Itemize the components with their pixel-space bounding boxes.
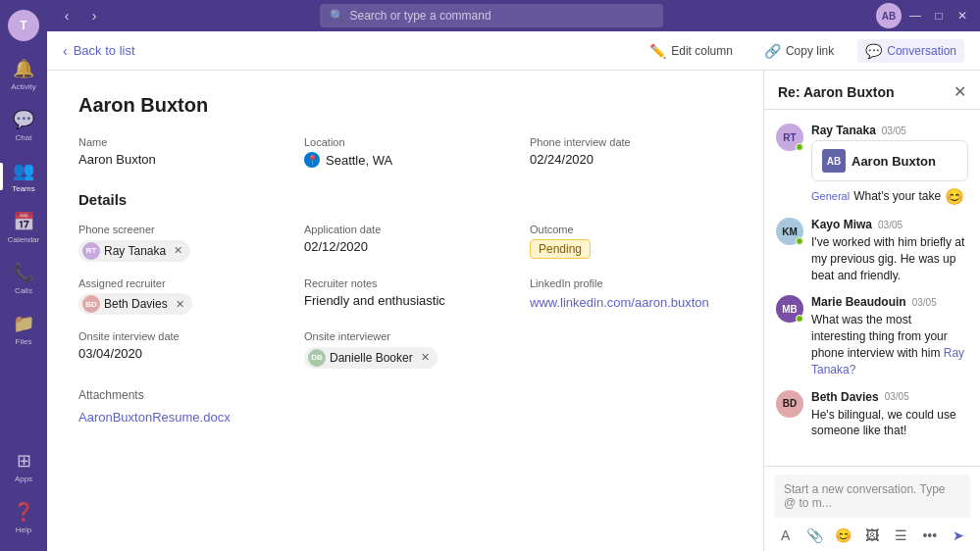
beth-davies-avatar: BD [82,295,100,313]
ray-tanaka-msg-body: Ray Tanaka 03/05 AB Aaron Buxton [811,124,968,206]
detail-panel: Aaron Buxton Name Aaron Buxton Location … [47,71,764,551]
kayo-miwa-msg-text: I've worked with him briefly at my previ… [811,234,968,283]
kayo-miwa-name: Kayo Miwa [811,218,872,231]
kayo-miwa-time: 03/05 [878,220,903,230]
chat-icon: 💬 [13,109,34,130]
online-indicator [796,143,803,151]
marie-beaudouin-name: Marie Beaudouin [811,295,906,309]
image-button[interactable]: 🖼 [860,524,883,547]
ray-tanaka-time: 03/05 [882,125,906,136]
message-group-ray-tanaka: RT Ray Tanaka 03/05 AB Aaron Bux [764,118,980,212]
avatar[interactable]: AB [876,3,902,28]
sidebar-item-calls[interactable]: 📞 Calls [0,253,47,304]
back-nav-button[interactable]: ‹ [55,4,78,27]
candidate-name: Aaron Buxton [78,94,732,117]
sidebar-item-files[interactable]: 📁 Files [0,304,47,355]
emoji-icon: 😊 [945,187,964,206]
search-bar[interactable]: 🔍 [320,4,663,27]
sidebar-item-calendar[interactable]: 📅 Calendar [0,202,47,253]
online-indicator-km [796,237,803,245]
message-group-kayo-miwa: KM Kayo Miwa 03/05 I've worked with him … [764,212,980,289]
kayo-miwa-msg-body: Kayo Miwa 03/05 I've worked with him bri… [811,218,968,283]
copy-link-button[interactable]: 🔗 Copy link [756,39,842,63]
online-indicator-mb [796,315,803,323]
sidebar-item-chat[interactable]: 💬 Chat [0,100,47,151]
recruiter-notes-field: Recruiter notes Friendly and enthusiasti… [304,277,506,316]
beth-davies-name: Beth Davies [811,390,879,404]
remove-onsite-interviewer-button[interactable]: ✕ [421,351,430,364]
conversation-icon: 💬 [865,43,882,59]
marie-beaudouin-msg-body: Marie Beaudouin 03/05 What was the most … [811,295,968,377]
restore-button[interactable]: □ [929,6,949,25]
edit-icon: ✏️ [649,43,666,59]
titlebar-controls: AB — □ ✕ [876,3,972,28]
marie-beaudouin-msg-avatar: MB [776,295,803,323]
beth-davies-msg-avatar: BD [776,390,803,418]
top-info-grid: Name Aaron Buxton Location 📍 Seattle, WA… [78,136,732,168]
link-icon: 🔗 [764,43,781,59]
marie-beaudouin-msg-text: What was the most interesting thing from… [811,312,968,377]
send-button[interactable]: ➤ [948,524,970,547]
onsite-interviewer-field: Onsite interviewer DB Danielle Booker ✕ [304,330,506,369]
back-arrow-icon: ‹ [63,43,68,59]
marie-beaudouin-time: 03/05 [912,297,937,308]
close-conversation-button[interactable]: ✕ [954,82,966,101]
help-icon: ❓ [13,501,34,523]
apps-icon: ⊞ [17,450,31,472]
conversation-messages: RT Ray Tanaka 03/05 AB Aaron Bux [764,110,980,466]
search-input[interactable] [350,9,653,23]
phone-screener-tag: RT Ray Tanaka ✕ [78,240,190,262]
remove-assigned-recruiter-button[interactable]: ✕ [176,298,184,311]
danielle-booker-avatar: DB [308,349,326,367]
action-bar: ‹ Back to list ✏️ Edit column 🔗 Copy lin… [47,31,980,71]
message-group-marie-beaudouin: MB Marie Beaudouin 03/05 What was the mo… [764,289,980,383]
application-date-field: Application date 02/12/2020 [304,224,506,262]
ray-tanaka-name: Ray Tanaka [811,124,876,137]
mentioned-card-icon: AB [822,149,846,173]
attach-button[interactable]: 📎 [802,524,825,547]
forward-nav-button[interactable]: › [82,4,106,27]
teams-icon: 👥 [13,160,34,181]
edit-column-button[interactable]: ✏️ Edit column [642,39,741,63]
calendar-icon: 📅 [13,211,34,232]
list-button[interactable]: ☰ [890,524,912,547]
search-icon: 🔍 [330,9,344,23]
compose-input[interactable]: Start a new conversation. Type @ to m... [774,475,970,518]
titlebar-nav: ‹ › [55,4,106,27]
ray-tanaka-msg-tag: General [811,189,850,204]
format-text-button[interactable]: A [774,524,797,547]
conversation-title: Re: Aaron Buxton [778,84,894,100]
assigned-recruiter-tag: BD Beth Davies ✕ [78,293,192,315]
emoji-button[interactable]: 😊 [832,524,854,547]
linkedin-profile-field: LinkedIn profile www.linkedin.com/aaron.… [530,277,732,316]
message-group-beth-davies: BD Beth Davies 03/05 He's bilingual, we … [764,384,980,446]
ray-tanaka-msg-text: What's your take [853,188,941,205]
onsite-interviewer-tag: DB Danielle Booker ✕ [304,347,438,369]
back-to-list-button[interactable]: ‹ Back to list [63,43,135,59]
details-section-title: Details [78,191,732,208]
conversation-button[interactable]: 💬 Conversation [857,39,964,63]
linkedin-link[interactable]: www.linkedin.com/aaron.buxton [530,295,709,310]
sidebar-item-apps[interactable]: ⊞ Apps [0,441,47,492]
app-logo: T [8,10,39,41]
detail-grid: Phone screener RT Ray Tanaka ✕ Applicati… [78,224,732,369]
ray-tanaka-avatar: RT [82,242,100,260]
activity-icon: 🔔 [13,58,34,79]
outcome-badge: Pending [530,239,591,259]
location-field: Location 📍 Seattle, WA [304,136,506,168]
close-button[interactable]: ✕ [953,6,972,25]
sidebar-item-help[interactable]: ❓ Help [0,492,47,543]
kayo-miwa-msg-avatar: KM [776,218,803,245]
phone-screener-field: Phone screener RT Ray Tanaka ✕ [78,224,281,262]
remove-phone-screener-button[interactable]: ✕ [174,244,182,257]
sidebar-item-teams[interactable]: 👥 Teams [0,151,47,202]
attachments-section: Attachments AaronBuxtonResume.docx [78,388,732,426]
minimize-button[interactable]: — [905,6,925,25]
attachment-link[interactable]: AaronBuxtonResume.docx [78,410,231,425]
more-options-button[interactable]: ••• [918,524,941,547]
mentioned-card-name: Aaron Buxton [851,154,936,169]
compose-toolbar: A 📎 😊 🖼 ☰ ••• ➤ [774,524,970,547]
sidebar-item-activity[interactable]: 🔔 Activity [0,49,47,100]
main-area: ‹ Back to list ✏️ Edit column 🔗 Copy lin… [47,31,980,551]
phone-interview-date-field: Phone interview date 02/24/2020 [530,136,732,168]
